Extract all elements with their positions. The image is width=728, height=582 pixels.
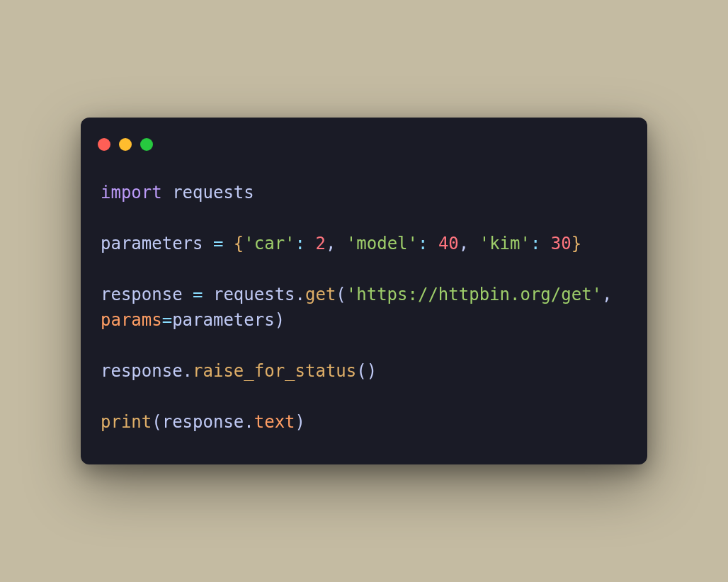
code-token: parameters xyxy=(101,234,203,253)
code-token: . xyxy=(183,361,193,381)
code-token: params xyxy=(101,310,162,330)
code-window: import requests parameters = {'car': 2, … xyxy=(81,118,647,464)
code-token: ) xyxy=(275,310,285,330)
code-editor: import requests parameters = {'car': 2, … xyxy=(81,152,647,435)
code-token: 'model' xyxy=(346,234,418,253)
code-token: 'https://httpbin.org/get' xyxy=(346,285,602,304)
code-token xyxy=(223,234,233,253)
code-token xyxy=(428,234,438,253)
code-token: . xyxy=(295,285,305,304)
code-token: get xyxy=(305,285,336,304)
code-token: 2 xyxy=(315,234,325,253)
code-token: import xyxy=(101,183,162,202)
code-token: text xyxy=(254,412,295,432)
code-token: , xyxy=(326,234,336,253)
code-token: raise_for_status xyxy=(193,361,356,381)
code-token: parameters xyxy=(172,310,275,330)
code-token: 40 xyxy=(438,234,459,253)
code-token: = xyxy=(213,234,223,253)
code-token: requests xyxy=(213,285,295,304)
code-token xyxy=(613,285,622,304)
code-token: { xyxy=(234,234,244,253)
code-token: print xyxy=(101,412,152,432)
code-token: 'car' xyxy=(244,234,295,253)
code-token xyxy=(183,285,193,304)
code-token: : xyxy=(530,234,540,253)
code-token xyxy=(336,234,346,253)
code-token: 30 xyxy=(551,234,571,253)
code-token: = xyxy=(162,310,172,330)
code-token: response xyxy=(162,412,244,432)
zoom-icon[interactable] xyxy=(140,138,153,151)
code-token: ( xyxy=(336,285,346,304)
code-token: 'kim' xyxy=(479,234,530,253)
code-token: : xyxy=(418,234,428,253)
code-token: = xyxy=(193,285,203,304)
code-token xyxy=(203,234,213,253)
code-token xyxy=(469,234,479,253)
code-token: ) xyxy=(367,361,377,381)
close-icon[interactable] xyxy=(98,138,110,151)
minimize-icon[interactable] xyxy=(119,138,132,151)
window-titlebar xyxy=(81,118,647,152)
code-token: ( xyxy=(356,361,366,381)
code-token: . xyxy=(244,412,254,432)
code-token: ) xyxy=(295,412,305,432)
code-token: requests xyxy=(172,183,254,202)
code-token xyxy=(305,234,315,253)
code-token: } xyxy=(571,234,581,253)
code-token: : xyxy=(295,234,305,253)
code-token xyxy=(540,234,550,253)
code-token: response xyxy=(101,285,183,304)
code-token: response xyxy=(101,361,183,381)
code-token: , xyxy=(459,234,469,253)
code-token: ( xyxy=(152,412,161,432)
code-token: , xyxy=(602,285,612,304)
code-token xyxy=(162,183,172,202)
code-token xyxy=(203,285,213,304)
